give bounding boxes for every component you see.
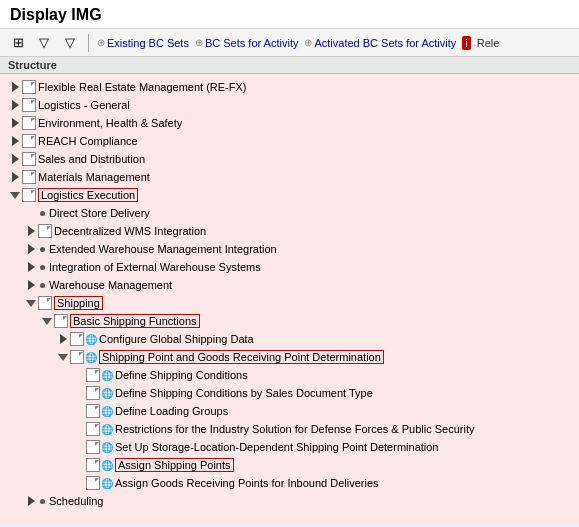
bullet-icon-n24 bbox=[38, 499, 47, 504]
expand-btn-n12[interactable] bbox=[24, 278, 38, 292]
tree-item-n17[interactable]: 🌐Define Shipping Conditions bbox=[0, 366, 579, 384]
node-label-n24: Scheduling bbox=[49, 495, 103, 507]
node-label-n4: REACH Compliance bbox=[38, 135, 138, 147]
doc-globe-icon-n16: 🌐 bbox=[70, 350, 97, 364]
expand-btn-n2[interactable] bbox=[8, 98, 22, 112]
tree-item-n23[interactable]: 🌐Assign Goods Receiving Points for Inbou… bbox=[0, 474, 579, 492]
doc-icon-n14 bbox=[54, 314, 68, 328]
bullet-icon-n11 bbox=[38, 265, 47, 270]
node-label-n20: Restrictions for the Industry Solution f… bbox=[115, 423, 475, 435]
doc-globe-icon-n18: 🌐 bbox=[86, 386, 113, 400]
expand-btn-n22[interactable] bbox=[72, 458, 86, 472]
node-label-n18: Define Shipping Conditions by Sales Docu… bbox=[115, 387, 373, 399]
doc-globe-icon-n22: 🌐 bbox=[86, 458, 113, 472]
tree-item-n7[interactable]: Logistics Execution bbox=[0, 186, 579, 204]
node-label-n2: Logistics - General bbox=[38, 99, 130, 111]
tree-item-n15[interactable]: 🌐Configure Global Shipping Data bbox=[0, 330, 579, 348]
tree-item-n9[interactable]: Decentralized WMS Integration bbox=[0, 222, 579, 240]
node-label-n11: Integration of External Warehouse System… bbox=[49, 261, 261, 273]
expand-btn-n23[interactable] bbox=[72, 476, 86, 490]
activated-bc-sets-btn[interactable]: ⊕ Activated BC Sets for Activity bbox=[304, 37, 456, 49]
expand-btn-n5[interactable] bbox=[8, 152, 22, 166]
tree-item-n10[interactable]: Extended Warehouse Management Integratio… bbox=[0, 240, 579, 258]
tree-item-n24[interactable]: Scheduling bbox=[0, 492, 579, 510]
tree-item-n11[interactable]: Integration of External Warehouse System… bbox=[0, 258, 579, 276]
doc-icon-n3 bbox=[22, 116, 36, 130]
tree-item-n19[interactable]: 🌐Define Loading Groups bbox=[0, 402, 579, 420]
node-label-n19: Define Loading Groups bbox=[115, 405, 228, 417]
node-label-n15: Configure Global Shipping Data bbox=[99, 333, 254, 345]
expand-btn-n19[interactable] bbox=[72, 404, 86, 418]
expand-btn-n21[interactable] bbox=[72, 440, 86, 454]
expand-btn-n13[interactable] bbox=[24, 296, 38, 310]
node-label-n22: Assign Shipping Points bbox=[115, 458, 234, 472]
title-bar: Display IMG bbox=[0, 0, 579, 29]
expand-btn-n3[interactable] bbox=[8, 116, 22, 130]
tree-item-n3[interactable]: Environment, Health & Safety bbox=[0, 114, 579, 132]
bullet-icon-n10 bbox=[38, 247, 47, 252]
expand-all-icon[interactable]: ▽ bbox=[34, 33, 54, 53]
tree-item-n6[interactable]: Materials Management bbox=[0, 168, 579, 186]
page-title: Display IMG bbox=[10, 6, 569, 24]
node-label-n23: Assign Goods Receiving Points for Inboun… bbox=[115, 477, 379, 489]
expand-btn-n15[interactable] bbox=[56, 332, 70, 346]
expand-btn-n10[interactable] bbox=[24, 242, 38, 256]
tree-item-n13[interactable]: Shipping bbox=[0, 294, 579, 312]
node-label-n13: Shipping bbox=[54, 296, 103, 310]
node-label-n7: Logistics Execution bbox=[38, 188, 138, 202]
expand-btn-n17[interactable] bbox=[72, 368, 86, 382]
doc-icon-n7 bbox=[22, 188, 36, 202]
separator bbox=[88, 34, 89, 52]
node-label-n21: Set Up Storage-Location-Dependent Shippi… bbox=[115, 441, 438, 453]
layout-icon[interactable]: ⊞ bbox=[8, 33, 28, 53]
tree-item-n14[interactable]: Basic Shipping Functions bbox=[0, 312, 579, 330]
expand-btn-n24[interactable] bbox=[24, 494, 38, 508]
tree-item-n21[interactable]: 🌐Set Up Storage-Location-Dependent Shipp… bbox=[0, 438, 579, 456]
rele-btn[interactable]: i bbox=[462, 36, 470, 50]
tree-item-n8[interactable]: Direct Store Delivery bbox=[0, 204, 579, 222]
expand-btn-n11[interactable] bbox=[24, 260, 38, 274]
node-label-n5: Sales and Distribution bbox=[38, 153, 145, 165]
bc-sets-activity-btn[interactable]: ⊕ BC Sets for Activity bbox=[195, 37, 299, 49]
doc-icon-n6 bbox=[22, 170, 36, 184]
tree-item-n2[interactable]: Logistics - General bbox=[0, 96, 579, 114]
bullet-icon-n8 bbox=[38, 211, 47, 216]
node-label-n8: Direct Store Delivery bbox=[49, 207, 150, 219]
tree-item-n12[interactable]: Warehouse Management bbox=[0, 276, 579, 294]
doc-icon-n5 bbox=[22, 152, 36, 166]
tree-item-n4[interactable]: REACH Compliance bbox=[0, 132, 579, 150]
expand-btn-n1[interactable] bbox=[8, 80, 22, 94]
doc-icon-n4 bbox=[22, 134, 36, 148]
expand-btn-n18[interactable] bbox=[72, 386, 86, 400]
collapse-all-icon[interactable]: ▽ bbox=[60, 33, 80, 53]
tree-item-n1[interactable]: Flexible Real Estate Management (RE-FX) bbox=[0, 78, 579, 96]
expand-btn-n14[interactable] bbox=[40, 314, 54, 328]
tree-item-n22[interactable]: 🌐Assign Shipping Points bbox=[0, 456, 579, 474]
tree-area: Flexible Real Estate Management (RE-FX)L… bbox=[0, 74, 579, 523]
doc-globe-icon-n15: 🌐 bbox=[70, 332, 97, 346]
tree-item-n16[interactable]: 🌐Shipping Point and Goods Receiving Poin… bbox=[0, 348, 579, 366]
expand-btn-n9[interactable] bbox=[24, 224, 38, 238]
node-label-n12: Warehouse Management bbox=[49, 279, 172, 291]
node-label-n1: Flexible Real Estate Management (RE-FX) bbox=[38, 81, 246, 93]
expand-btn-n8[interactable] bbox=[24, 206, 38, 220]
node-label-n9: Decentralized WMS Integration bbox=[54, 225, 206, 237]
doc-globe-icon-n19: 🌐 bbox=[86, 404, 113, 418]
doc-icon-n9 bbox=[38, 224, 52, 238]
toolbar: ⊞ ▽ ▽ ⊕ Existing BC Sets ⊕ BC Sets for A… bbox=[0, 29, 579, 57]
structure-label: Structure bbox=[0, 57, 579, 74]
doc-globe-icon-n23: 🌐 bbox=[86, 476, 113, 490]
tree-item-n18[interactable]: 🌐Define Shipping Conditions by Sales Doc… bbox=[0, 384, 579, 402]
expand-btn-n20[interactable] bbox=[72, 422, 86, 436]
expand-btn-n16[interactable] bbox=[56, 350, 70, 364]
expand-btn-n4[interactable] bbox=[8, 134, 22, 148]
doc-globe-icon-n20: 🌐 bbox=[86, 422, 113, 436]
expand-btn-n6[interactable] bbox=[8, 170, 22, 184]
doc-globe-icon-n21: 🌐 bbox=[86, 440, 113, 454]
node-label-n14: Basic Shipping Functions bbox=[70, 314, 200, 328]
existing-bc-sets-btn[interactable]: ⊕ Existing BC Sets bbox=[97, 37, 189, 49]
expand-btn-n7[interactable] bbox=[8, 188, 22, 202]
tree-item-n20[interactable]: 🌐Restrictions for the Industry Solution … bbox=[0, 420, 579, 438]
node-label-n6: Materials Management bbox=[38, 171, 150, 183]
tree-item-n5[interactable]: Sales and Distribution bbox=[0, 150, 579, 168]
